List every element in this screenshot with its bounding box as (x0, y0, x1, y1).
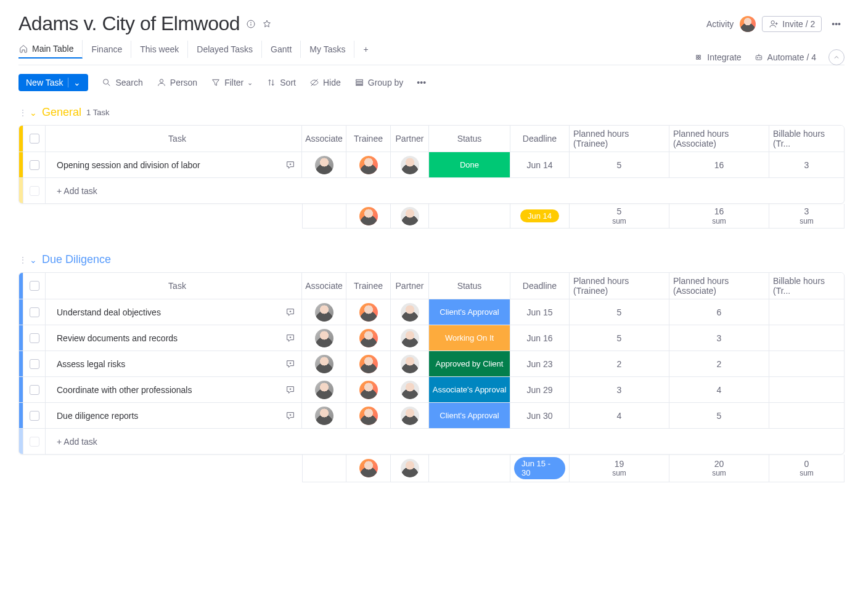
tab-finance[interactable]: Finance (83, 41, 131, 58)
col-billable-trainee[interactable]: Billable hours (Tr... (769, 126, 844, 152)
group-name[interactable]: Due Diligence (42, 253, 111, 266)
row-checkbox[interactable] (23, 377, 45, 402)
col-partner[interactable]: Partner (390, 273, 428, 299)
deadline-cell[interactable]: Jun 29 (510, 377, 569, 402)
conversation-icon[interactable] (279, 377, 301, 402)
task-name[interactable]: Due diligence reports (45, 403, 279, 428)
deadline-cell[interactable]: Jun 23 (510, 351, 569, 376)
tab-my-tasks[interactable]: My Tasks (301, 41, 354, 58)
deadline-cell[interactable]: Jun 30 (510, 403, 569, 428)
toolbar-more[interactable]: ••• (417, 78, 426, 87)
col-deadline[interactable]: Deadline (510, 273, 569, 299)
billable-trainee-cell[interactable] (769, 403, 844, 428)
billable-trainee-cell[interactable] (769, 299, 844, 325)
deadline-cell[interactable]: Jun 16 (510, 325, 569, 351)
row-checkbox[interactable] (23, 325, 45, 351)
add-task-button[interactable]: + Add task (45, 429, 279, 454)
drag-icon[interactable]: ⋮ (18, 108, 25, 118)
associate-avatar[interactable] (301, 351, 346, 376)
planned-associate-cell[interactable]: 3 (669, 325, 769, 351)
deadline-cell[interactable]: Jun 14 (510, 152, 569, 177)
tab-this-week[interactable]: This week (131, 41, 188, 58)
billable-trainee-cell[interactable] (769, 351, 844, 376)
status-cell[interactable]: Approved by Client (428, 351, 510, 376)
status-cell[interactable]: Client's Approval (428, 403, 510, 428)
col-status[interactable]: Status (428, 126, 510, 152)
star-icon[interactable] (262, 19, 272, 29)
col-associate[interactable]: Associate (301, 126, 346, 152)
info-icon[interactable] (246, 19, 256, 29)
associate-avatar[interactable] (301, 299, 346, 325)
planned-associate-cell[interactable]: 16 (669, 152, 769, 177)
row-checkbox[interactable] (23, 403, 45, 428)
select-all-checkbox[interactable] (23, 273, 45, 299)
person-filter[interactable]: Person (157, 78, 197, 87)
planned-trainee-cell[interactable]: 3 (569, 377, 669, 402)
planned-associate-cell[interactable]: 6 (669, 299, 769, 325)
col-deadline[interactable]: Deadline (510, 126, 569, 152)
conversation-icon[interactable] (279, 299, 301, 325)
col-task[interactable]: Task (45, 273, 301, 299)
planned-trainee-cell[interactable]: 2 (569, 351, 669, 376)
activity-link[interactable]: Activity (706, 19, 734, 29)
row-checkbox[interactable] (23, 299, 45, 325)
partner-avatar[interactable] (390, 325, 428, 351)
planned-trainee-cell[interactable]: 5 (569, 325, 669, 351)
col-planned-trainee[interactable]: Planned hours (Trainee) (569, 126, 669, 152)
invite-button[interactable]: Invite / 2 (762, 16, 822, 32)
col-associate[interactable]: Associate (301, 273, 346, 299)
deadline-cell[interactable]: Jun 15 (510, 299, 569, 325)
col-partner[interactable]: Partner (390, 126, 428, 152)
task-name[interactable]: Assess legal risks (45, 351, 279, 376)
tab-gantt[interactable]: Gantt (262, 41, 301, 58)
automate-button[interactable]: Automate / 4 (754, 52, 816, 62)
planned-trainee-cell[interactable]: 5 (569, 152, 669, 177)
conversation-icon[interactable] (279, 325, 301, 351)
task-name[interactable]: Understand deal objectives (45, 299, 279, 325)
search-button[interactable]: Search (102, 78, 142, 87)
partner-avatar[interactable] (390, 351, 428, 376)
chevron-down-icon[interactable]: ⌄ (30, 108, 37, 118)
status-cell[interactable]: Working On It (428, 325, 510, 351)
conversation-icon[interactable] (279, 351, 301, 376)
row-checkbox[interactable] (23, 152, 45, 177)
trainee-avatar[interactable] (346, 403, 390, 428)
tab-delayed-tasks[interactable]: Delayed Tasks (188, 41, 262, 58)
trainee-avatar[interactable] (346, 152, 390, 177)
planned-associate-cell[interactable]: 2 (669, 351, 769, 376)
associate-avatar[interactable] (301, 325, 346, 351)
task-name[interactable]: Opening session and division of labor (45, 152, 279, 177)
conversation-icon[interactable] (279, 403, 301, 428)
select-all-checkbox[interactable] (23, 126, 45, 152)
row-checkbox[interactable] (23, 351, 45, 376)
billable-trainee-cell[interactable] (769, 377, 844, 402)
chevron-down-icon[interactable]: ⌄ (68, 78, 81, 87)
groupby-button[interactable]: Group by (354, 78, 404, 87)
col-task[interactable]: Task (45, 126, 301, 152)
partner-avatar[interactable] (390, 299, 428, 325)
integrate-button[interactable]: Integrate (693, 52, 741, 62)
partner-avatar[interactable] (390, 403, 428, 428)
conversation-icon[interactable] (279, 152, 301, 177)
col-trainee[interactable]: Trainee (346, 273, 390, 299)
col-planned-associate[interactable]: Planned hours (Associate) (669, 126, 769, 152)
drag-icon[interactable]: ⋮ (18, 255, 25, 265)
associate-avatar[interactable] (301, 152, 346, 177)
filter-button[interactable]: Filter⌄ (211, 78, 253, 87)
partner-avatar[interactable] (390, 377, 428, 402)
associate-avatar[interactable] (301, 403, 346, 428)
planned-associate-cell[interactable]: 5 (669, 403, 769, 428)
trainee-avatar[interactable] (346, 377, 390, 402)
planned-associate-cell[interactable]: 4 (669, 377, 769, 402)
planned-trainee-cell[interactable]: 4 (569, 403, 669, 428)
status-cell[interactable]: Client's Approval (428, 299, 510, 325)
col-billable-trainee[interactable]: Billable hours (Tr... (769, 273, 844, 299)
new-task-button[interactable]: New Task ⌄ (18, 74, 88, 91)
col-trainee[interactable]: Trainee (346, 126, 390, 152)
status-cell[interactable]: Done (428, 152, 510, 177)
associate-avatar[interactable] (301, 377, 346, 402)
group-name[interactable]: General (42, 106, 81, 119)
chevron-down-icon[interactable]: ⌄ (30, 255, 37, 265)
trainee-avatar[interactable] (346, 299, 390, 325)
activity-avatar[interactable] (740, 16, 756, 32)
